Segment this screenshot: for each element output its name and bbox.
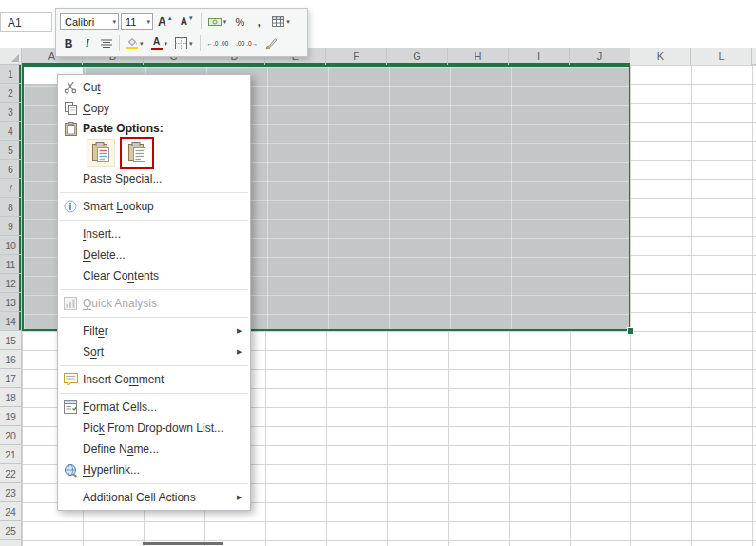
chevron-down-icon: ▾	[223, 18, 227, 25]
chevron-down-icon: ▾	[286, 18, 290, 25]
font-name-value: Calibri	[65, 16, 94, 28]
toolbar-separator	[201, 13, 202, 29]
menu-item-label: Pick From Drop-down List...	[83, 421, 250, 435]
menu-item-insert[interactable]: Insert...	[58, 224, 250, 244]
column-header-l[interactable]: L	[691, 48, 752, 65]
row-header-4[interactable]: 4	[0, 122, 22, 141]
row-header-23[interactable]: 23	[0, 483, 22, 502]
chevron-down-icon: ▾	[146, 18, 150, 25]
italic-button[interactable]: I	[79, 34, 96, 53]
menu-item-paste-special[interactable]: Paste Special...	[58, 168, 250, 189]
menu-item-quick-analysis[interactable]: Quick Analysis	[58, 293, 250, 314]
fill-color-button[interactable]: ▾	[124, 34, 146, 53]
format-cells-icon	[58, 400, 83, 414]
format-as-table-button[interactable]: ▾	[269, 12, 293, 31]
row-header-11[interactable]: 11	[0, 255, 22, 274]
menu-item-additional-cell-actions[interactable]: Additional Cell Actions▶	[58, 487, 250, 508]
increase-decimal-icon: ←.0 .00	[207, 40, 229, 47]
bold-icon: B	[65, 37, 73, 50]
row-header-15[interactable]: 15	[0, 331, 22, 350]
menu-item-label: Additional Cell Actions	[83, 491, 237, 504]
paste-values-button[interactable]	[123, 139, 151, 167]
borders-button[interactable]: ▾	[172, 34, 196, 53]
comma-style-button[interactable]: ,	[250, 12, 267, 31]
percent-icon: %	[235, 16, 244, 28]
row-header-21[interactable]: 21	[0, 445, 22, 464]
menu-separator	[60, 365, 248, 366]
menu-item-format-cells[interactable]: Format Cells...	[58, 397, 250, 418]
column-header-h[interactable]: H	[448, 48, 509, 65]
menu-item-clear-contents[interactable]: Clear Contents	[58, 265, 250, 286]
quick-analysis-icon	[58, 297, 83, 310]
font-size-combo[interactable]: 11 ▾	[121, 13, 153, 30]
row-header-7[interactable]: 7	[0, 179, 22, 198]
comma-icon: ,	[258, 16, 261, 28]
menu-item-copy[interactable]: Copy	[58, 98, 250, 119]
paste-keep-source-formatting-button[interactable]	[87, 139, 115, 167]
menu-item-filter[interactable]: Filter▶	[58, 321, 250, 341]
row-header-12[interactable]: 12	[0, 274, 22, 293]
row-header-9[interactable]: 9	[0, 217, 22, 236]
context-menu: CutCopyPaste Options:Paste Special...Sma…	[57, 74, 251, 511]
row-header-5[interactable]: 5	[0, 141, 22, 160]
table-icon	[272, 16, 284, 27]
row-header-22[interactable]: 22	[0, 464, 22, 483]
row-header-17[interactable]: 17	[0, 369, 22, 388]
menu-item-insert-comment[interactable]: Insert Comment	[58, 369, 250, 390]
menu-item-delete[interactable]: Delete...	[58, 244, 250, 265]
menu-item-define-name[interactable]: Define Name...	[58, 439, 250, 459]
decrease-decimal-button[interactable]: .00 .0→	[233, 34, 261, 53]
row-header-8[interactable]: 8	[0, 198, 22, 217]
bold-button[interactable]: B	[60, 34, 77, 53]
column-header-i[interactable]: I	[509, 48, 570, 65]
row-header-25[interactable]: 25	[0, 521, 22, 540]
row-header-24[interactable]: 24	[0, 502, 22, 521]
column-header-j[interactable]: J	[570, 48, 630, 65]
menu-item-label: Insert Comment	[83, 373, 250, 386]
menu-item-label: Hyperlink...	[83, 463, 250, 477]
row-header-6[interactable]: 6	[0, 160, 22, 179]
menu-separator	[60, 483, 248, 484]
format-painter-button[interactable]	[262, 34, 281, 53]
copy-icon	[58, 102, 83, 115]
row-header-18[interactable]: 18	[0, 388, 22, 407]
menu-item-pick-from-dropdown-list[interactable]: Pick From Drop-down List...	[58, 418, 250, 439]
menu-item-label: Copy	[83, 102, 250, 115]
name-box[interactable]: A1	[0, 12, 52, 32]
select-all-corner[interactable]	[0, 48, 22, 65]
increase-decimal-button[interactable]: ←.0 .00	[204, 34, 232, 53]
menu-item-label: Paste Options:	[83, 122, 250, 135]
decrease-font-size-button[interactable]: A▼	[178, 12, 197, 31]
align-center-icon	[101, 39, 112, 49]
row-header-1[interactable]: 1	[0, 65, 22, 84]
column-header-k[interactable]: K	[630, 48, 691, 65]
chevron-down-icon: ▾	[189, 40, 193, 47]
menu-separator	[60, 393, 248, 394]
column-header-g[interactable]: G	[387, 48, 448, 65]
fill-handle[interactable]	[627, 327, 634, 335]
row-header-16[interactable]: 16	[0, 350, 22, 369]
row-header-14[interactable]: 14	[0, 312, 22, 331]
increase-font-size-button[interactable]: A▲	[155, 12, 176, 31]
font-color-button[interactable]: A ▾	[148, 34, 171, 53]
center-align-button[interactable]	[98, 34, 115, 53]
menu-item-hyperlink[interactable]: Hyperlink...	[58, 459, 250, 480]
accounting-number-format-button[interactable]: ▾	[205, 12, 230, 31]
menu-item-cut[interactable]: Cut	[58, 77, 250, 98]
menu-item-sort[interactable]: Sort▶	[58, 341, 250, 362]
font-name-combo[interactable]: Calibri ▾	[60, 13, 119, 30]
row-header-3[interactable]: 3	[0, 103, 22, 122]
percent-style-button[interactable]: %	[231, 12, 248, 31]
row-header-10[interactable]: 10	[0, 236, 22, 255]
column-header-f[interactable]: F	[326, 48, 387, 65]
menu-item-label: Sort	[83, 345, 237, 359]
row-header-2[interactable]: 2	[0, 84, 22, 103]
row-header-13[interactable]: 13	[0, 293, 22, 312]
menu-item-label: Format Cells...	[83, 400, 250, 414]
row-header-19[interactable]: 19	[0, 407, 22, 426]
fill-color-icon	[126, 37, 138, 49]
row-header-20[interactable]: 20	[0, 426, 22, 445]
menu-separator	[60, 289, 248, 290]
menu-item-label: Paste Special...	[83, 172, 250, 185]
menu-item-smart-lookup[interactable]: Smart Lookup	[58, 196, 250, 217]
